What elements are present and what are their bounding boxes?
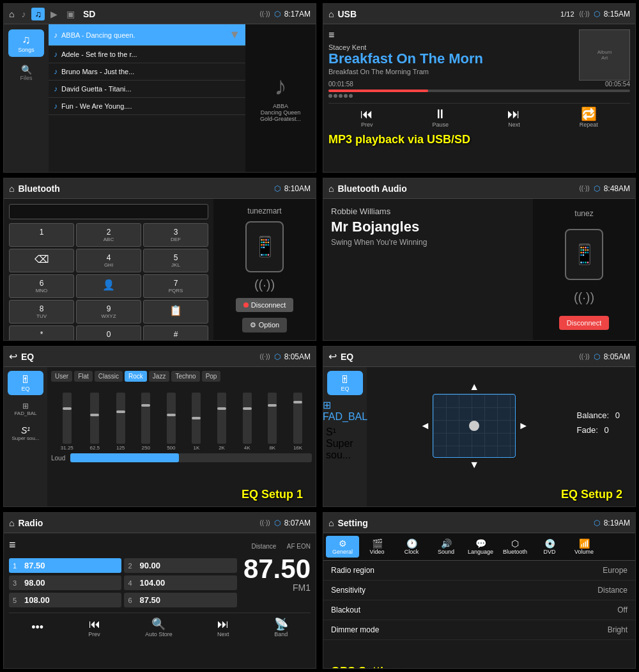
setting-tab-video[interactable]: 🎬Video	[360, 536, 394, 558]
eq-preset-btn[interactable]: Flat	[74, 371, 93, 382]
song-item[interactable]: ♪David Guetta - Titani...	[49, 81, 245, 98]
key-btn[interactable]: 4GHI	[76, 249, 141, 272]
key-btn[interactable]: 📋	[143, 300, 208, 324]
setting-tab-clock[interactable]: 🕐Clock	[395, 536, 428, 558]
eq-bar[interactable]: 2K	[217, 393, 226, 451]
key-btn[interactable]: 0	[76, 325, 141, 341]
key-btn[interactable]: 3DEF	[143, 223, 208, 247]
usb-home-icon[interactable]: ⌂	[328, 9, 334, 19]
eq-slider-track[interactable]	[116, 393, 125, 444]
setting-row[interactable]: Radio regionEurope	[323, 561, 635, 581]
radio-preset-item[interactable]: 4104.00	[124, 575, 236, 590]
song-item[interactable]: ♪Fun - We Are Young....	[49, 98, 245, 115]
audio-active-icon[interactable]: ♫	[31, 8, 45, 20]
usb-pause-btn[interactable]: ⏸ Pause	[433, 107, 449, 128]
eq-slider-track[interactable]	[268, 393, 277, 444]
eq-slider-track[interactable]	[293, 393, 302, 444]
eq-bar[interactable]: 500	[167, 393, 176, 451]
usb-prev-btn[interactable]: ⏮ Prev	[360, 107, 373, 128]
song-item[interactable]: ♪ABBA - Dancing queen.▼	[49, 24, 245, 46]
key-btn[interactable]: 6MNO	[9, 274, 74, 298]
eq-bar[interactable]: 62.5	[89, 393, 100, 451]
arrow-left[interactable]: ◄	[420, 420, 430, 432]
eq-preset-btn[interactable]: Techno	[171, 371, 199, 382]
setting-tab-bluetooth[interactable]: ⬡Bluetooth	[498, 536, 532, 558]
bt-option-btn[interactable]: ⚙ Option	[242, 318, 287, 332]
eq-slider-track[interactable]	[90, 393, 99, 444]
radio-preset-item[interactable]: 187.50	[9, 558, 121, 573]
eq-slider-track[interactable]	[217, 393, 226, 444]
eq-handle[interactable]	[116, 410, 125, 413]
bta-disconnect-btn[interactable]: Disconnect	[559, 316, 609, 330]
eq-slider-track[interactable]	[243, 393, 252, 444]
key-btn[interactable]: #	[143, 325, 208, 341]
setting-tab-language[interactable]: 💬Language	[464, 536, 497, 558]
home-icon[interactable]: ⌂	[9, 9, 14, 19]
scroll-btn[interactable]: ▼	[229, 28, 240, 42]
key-btn[interactable]: *	[9, 325, 74, 341]
eq-handle[interactable]	[167, 414, 176, 416]
eq-bar[interactable]: 250	[141, 393, 150, 451]
radio-preset-item[interactable]: 290.00	[124, 558, 236, 573]
eq-left-s1-btn[interactable]: S¹ Super sou...	[8, 423, 43, 444]
eq-preset-btn[interactable]: Rock	[125, 371, 147, 382]
eq-preset-btn[interactable]: Classic	[95, 371, 123, 382]
key-btn[interactable]: 👤	[76, 274, 141, 298]
arrow-up[interactable]: ▲	[420, 381, 528, 393]
key-btn[interactable]: ⌫	[9, 249, 74, 272]
music-icon[interactable]: ♪	[18, 8, 29, 20]
setting-row[interactable]: SensitivityDistance	[323, 581, 635, 600]
radio-auto-store-btn[interactable]: 🔍 Auto Store	[145, 617, 173, 637]
bt-home-icon[interactable]: ⌂	[9, 184, 14, 194]
song-item[interactable]: ♪Adele - Set fire to the r...	[49, 46, 245, 63]
setting-home-icon[interactable]: ⌂	[328, 518, 334, 528]
eq-handle[interactable]	[90, 414, 99, 416]
usb-repeat-btn[interactable]: 🔁 Repeat	[580, 106, 598, 128]
setting-row[interactable]: BlackoutOff	[323, 600, 635, 620]
eq-slider-track[interactable]	[167, 393, 176, 444]
eq-handle[interactable]	[63, 407, 72, 410]
eq-bar[interactable]: 31.25	[61, 393, 73, 451]
eq-bar[interactable]: 125	[116, 393, 125, 451]
eq-right-s1-btn[interactable]: S¹ Super sou...	[326, 426, 364, 461]
eq-handle[interactable]	[141, 404, 150, 407]
eq-right-eq-btn[interactable]: 🎚 EQ	[327, 371, 363, 395]
usb-next-btn[interactable]: ⏭ Next	[507, 107, 520, 128]
eq-preset-btn[interactable]: User	[51, 371, 72, 382]
eq-handle[interactable]	[268, 404, 277, 407]
setting-row[interactable]: Dimmer modeBright	[323, 620, 635, 640]
video-icon[interactable]: ▶	[47, 8, 61, 20]
eq-slider-track[interactable]	[63, 393, 72, 444]
photo-icon[interactable]: ▣	[63, 8, 78, 20]
eq-handle[interactable]	[217, 407, 226, 410]
loud-slider[interactable]	[70, 453, 312, 462]
eq-left-back[interactable]: ↩	[9, 350, 17, 363]
setting-tab-sound[interactable]: 🔊Sound	[429, 536, 463, 558]
eq-preset-btn[interactable]: Pop	[202, 371, 221, 382]
key-btn[interactable]: 9WXYZ	[76, 300, 141, 324]
radio-list-icon[interactable]: ≡	[9, 538, 16, 552]
radio-preset-item[interactable]: 687.50	[124, 593, 236, 607]
radio-preset-item[interactable]: 398.00	[9, 575, 121, 590]
radio-next-btn[interactable]: ⏭ Next	[217, 618, 229, 637]
setting-tab-dvd[interactable]: 💿DVD	[533, 536, 566, 558]
arrow-right[interactable]: ►	[518, 420, 528, 432]
eq-preset-btn[interactable]: Jazz	[149, 371, 170, 382]
eq-left-eq-btn[interactable]: 🎚 EQ	[8, 371, 43, 395]
bt-disconnect-btn[interactable]: Disconnect	[236, 298, 293, 312]
eq-handle[interactable]	[243, 407, 252, 410]
radio-home-icon[interactable]: ⌂	[9, 518, 14, 528]
radio-dots-btn[interactable]: •••	[31, 621, 43, 634]
key-btn[interactable]: 5JKL	[143, 249, 208, 272]
eq-bar[interactable]: 1K	[192, 393, 201, 451]
key-btn[interactable]: 2ABC	[76, 223, 141, 247]
files-btn[interactable]: 🔍 Files	[8, 62, 44, 84]
radio-prev-btn[interactable]: ⏮ Prev	[88, 618, 100, 637]
eq-bar[interactable]: 16K	[293, 393, 302, 451]
key-btn[interactable]: 8TUV	[9, 300, 74, 324]
song-item[interactable]: ♪Bruno Mars - Just the...	[49, 63, 245, 81]
bt-display[interactable]	[9, 204, 208, 219]
eq-slider-track[interactable]	[192, 393, 201, 444]
radio-band-btn[interactable]: 📡 Band	[274, 617, 288, 637]
eq-bar[interactable]: 4K	[243, 393, 252, 451]
